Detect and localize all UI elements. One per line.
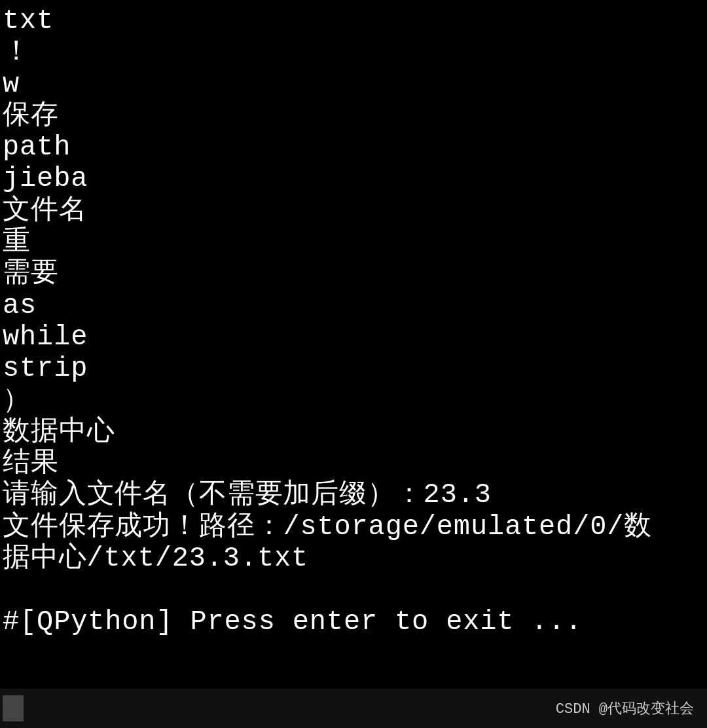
terminal-line: as [3,290,704,321]
terminal-line: 文件名 [3,195,704,227]
terminal-line: ！ [3,37,704,68]
terminal-line: path [3,132,704,163]
terminal-line: 重 [3,227,704,258]
terminal-line: #[QPython] Press enter to exit ... [3,606,704,638]
terminal-line: while [3,321,704,353]
terminal-line: 文件保存成功！路径：/storage/emulated/0/数 [3,511,704,543]
footer-bar: CSDN @代码改变社会 [0,689,707,728]
terminal-line: ） [3,385,704,416]
terminal-line: strip [3,353,704,384]
terminal-line: w [3,69,704,100]
terminal-line [3,574,704,606]
terminal-line: 结果 [3,448,704,479]
terminal-line: 需要 [3,258,704,289]
terminal-line: 请输入文件名（不需要加后缀）：23.3 [3,479,704,511]
terminal-line: jieba [3,163,704,194]
bottom-left-indicator [3,695,24,721]
terminal-output: txt！w保存pathjieba文件名重需要aswhilestrip）数据中心结… [0,0,707,643]
terminal-line: 数据中心 [3,416,704,448]
footer-text: CSDN @代码改变社会 [556,699,694,718]
terminal-line: 保存 [3,100,704,132]
terminal-line: 据中心/txt/23.3.txt [3,543,704,574]
terminal-line: txt [3,5,704,37]
